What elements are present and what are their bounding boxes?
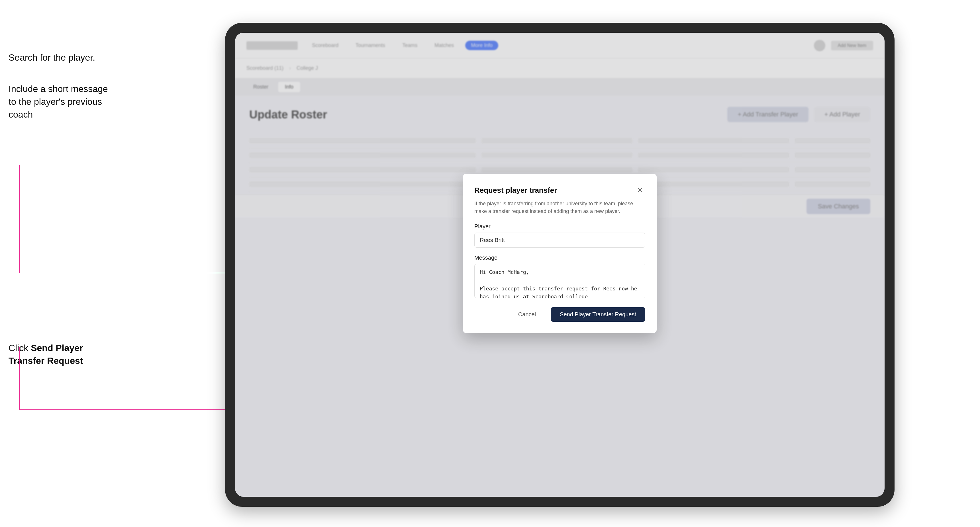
send-transfer-button[interactable]: Send Player Transfer Request xyxy=(551,307,645,322)
player-form-group: Player xyxy=(474,223,645,248)
modal-header: Request player transfer ✕ xyxy=(474,185,645,195)
modal-footer: Cancel Send Player Transfer Request xyxy=(474,307,645,322)
annotation-click: Click Send Player Transfer Request xyxy=(8,342,111,367)
message-textarea[interactable]: Hi Coach McHarg, Please accept this tran… xyxy=(474,264,645,298)
modal-description: If the player is transferring from anoth… xyxy=(474,200,645,215)
message-form-group: Message Hi Coach McHarg, Please accept t… xyxy=(474,254,645,299)
close-icon[interactable]: ✕ xyxy=(635,185,645,195)
player-label: Player xyxy=(474,223,645,230)
tablet-device: Scoreboard Tournaments Teams Matches Mor… xyxy=(225,23,894,507)
modal-dialog: Request player transfer ✕ If the player … xyxy=(463,174,657,333)
modal-overlay: Request player transfer ✕ If the player … xyxy=(235,33,885,497)
message-label: Message xyxy=(474,254,645,261)
arrow-line-send xyxy=(19,348,20,410)
tablet-screen: Scoreboard Tournaments Teams Matches Mor… xyxy=(235,33,885,497)
annotation-search: Search for the player. xyxy=(8,51,111,64)
cancel-button[interactable]: Cancel xyxy=(509,307,545,322)
arrow-line-message xyxy=(19,165,20,273)
modal-title: Request player transfer xyxy=(474,186,557,195)
annotation-message: Include a short message to the player's … xyxy=(8,83,111,121)
player-input[interactable] xyxy=(474,233,645,248)
